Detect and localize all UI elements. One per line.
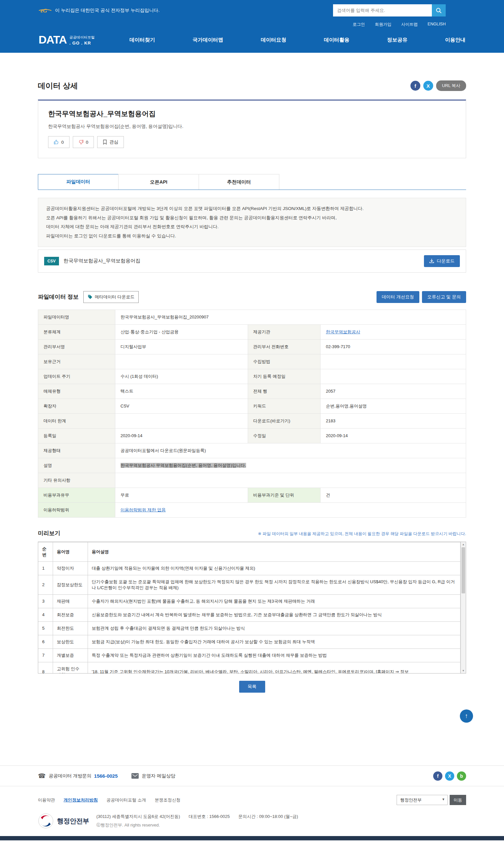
- info-value: CSV: [115, 399, 248, 414]
- facebook-share-icon[interactable]: f: [411, 81, 420, 91]
- table-row: 매체유형텍스트전체 행2057: [38, 384, 466, 399]
- info-label: 다운로드(바로가기): [248, 414, 321, 428]
- x-share-icon[interactable]: X: [423, 81, 433, 91]
- nav-item[interactable]: 데이터활용: [324, 37, 349, 43]
- footer-facebook-icon[interactable]: f: [433, 771, 443, 781]
- footer-copyright: ⓒ행정안전부. All rights reserved.: [96, 822, 298, 828]
- footer-link[interactable]: 개인정보처리방침: [64, 797, 98, 803]
- info-label: 이용허락범위: [38, 503, 115, 517]
- interest-button[interactable]: 관심: [97, 136, 124, 148]
- info-value: 2020-09-14: [115, 428, 248, 443]
- table-row: 등록일2020-09-14수정일2020-09-14: [38, 428, 466, 443]
- nav-item[interactable]: 국가데이터맵: [193, 37, 223, 43]
- svg-text:eG: eG: [40, 7, 48, 14]
- search-input[interactable]: [333, 4, 432, 17]
- preview-row: 7개별보증특정 수출계약 또는 특정자금과 관련하여 상환기일이 보증기간 이내…: [38, 648, 461, 662]
- search-bar: [333, 4, 446, 17]
- tab-item[interactable]: 추천데이터: [199, 174, 280, 190]
- nav-item[interactable]: 데이터찾기: [129, 37, 155, 43]
- footer-link[interactable]: 이용약관: [38, 797, 55, 803]
- table-row: 제공형태공공데이터포털에서 다운로드(원문파일등록): [38, 443, 466, 458]
- info-label: 분류체계: [38, 325, 115, 339]
- info-value[interactable]: 이용허락범위 제한 없음: [115, 503, 466, 517]
- info-value: [115, 414, 248, 428]
- nav-item[interactable]: 정보공유: [387, 37, 408, 43]
- mois-emblem-icon: [38, 813, 54, 829]
- footer-x-icon[interactable]: X: [445, 771, 454, 781]
- footer-blog-icon[interactable]: b: [457, 771, 466, 781]
- info-value: 공공데이터포털에서 다운로드(원문파일등록): [115, 443, 466, 458]
- scrollbar-down-icon[interactable]: ▼: [461, 668, 466, 673]
- preview-term: 회전보증: [53, 608, 88, 621]
- gov-banner-text: 이 누리집은 대한민국 공식 전자정부 누리집입니다.: [55, 7, 159, 14]
- site-logo[interactable]: DATA 공공데이터포털 . GO . KR: [38, 34, 94, 46]
- utility-link[interactable]: 로그인: [353, 22, 365, 28]
- scrollbar-thumb[interactable]: [462, 547, 465, 593]
- arrow-up-icon: ↑: [465, 713, 468, 720]
- info-label: 확장자: [38, 399, 115, 414]
- nav-item[interactable]: 이용안내: [445, 37, 466, 43]
- url-copy-button[interactable]: URL 복사: [436, 81, 466, 91]
- list-button[interactable]: 목록: [239, 681, 265, 693]
- preview-row: 5회전한도보험관계 성립 후 수출대금이 결제되면 동 결제금액 만큼 한도가 …: [38, 621, 461, 635]
- dislike-button[interactable]: 0: [73, 136, 94, 148]
- preview-num: 7: [38, 648, 53, 662]
- family-site-go-button[interactable]: 이동: [450, 795, 466, 805]
- preview-table: 순번용어명용어설명 1약정이자대출 상환기일에 적용되는 이자율에 의한 이자액…: [38, 542, 461, 673]
- dataset-card: 한국무역보험공사_무역보험용어집 한국무역보험공사 무역보험용어집(순번, 용어…: [38, 100, 466, 158]
- table-row: 관리부서명디지털사업부관리부서 전화번호02-399-7170: [38, 339, 466, 354]
- mail-consult-link[interactable]: 운영자 메일상담: [142, 773, 175, 779]
- info-value: 한국무역보험공사_무역보험용어집_20200907: [115, 310, 466, 325]
- thumbs-down-icon: [78, 139, 84, 145]
- utility-link[interactable]: 회원가입: [375, 22, 391, 28]
- preview-num: 6: [38, 635, 53, 648]
- preview-term: 개별보증: [53, 648, 88, 662]
- info-value: [115, 473, 466, 488]
- preview-definition: 보험관계 성립 후 수출대금이 결제되면 동 결제금액 만큼 한도가 되살아나는…: [88, 621, 461, 635]
- info-label: 매체유형: [38, 384, 115, 399]
- preview-scrollbar[interactable]: ▲ ▼: [461, 542, 466, 673]
- footer-link[interactable]: 공공데이터포털 소개: [106, 797, 146, 803]
- scrollbar-up-icon[interactable]: ▲: [461, 542, 466, 547]
- utility-link[interactable]: ENGLISH: [428, 22, 446, 28]
- info-label: 수정일: [248, 428, 321, 443]
- tab-active[interactable]: 파일데이터: [38, 174, 119, 190]
- preview-num: 2: [38, 575, 53, 594]
- dislike-count: 0: [86, 140, 89, 145]
- table-row: 보유근거 수집방법: [38, 354, 466, 369]
- info-value-link[interactable]: 이용허락범위 제한 없음: [121, 507, 166, 512]
- scroll-to-top-button[interactable]: ↑: [460, 709, 473, 723]
- info-value[interactable]: 한국무역보험공사: [321, 325, 466, 339]
- preview-num: 4: [38, 608, 53, 621]
- bookmark-icon: [103, 139, 107, 145]
- info-label: 관리부서명: [38, 339, 115, 354]
- info-value: 순번,용어명,용어설명: [321, 399, 466, 414]
- interest-label: 관심: [109, 139, 118, 145]
- info-value: 2020-09-14: [321, 428, 466, 443]
- contact-number[interactable]: 1566-0025: [94, 773, 118, 779]
- utility-link[interactable]: 사이트맵: [401, 22, 418, 28]
- phone-icon: ☎: [38, 772, 46, 780]
- error-report-button[interactable]: 오류신고 및 문의: [422, 291, 466, 303]
- info-label: 제공형태: [38, 443, 115, 458]
- table-row: 데이터 한계 다운로드(바로가기)2183: [38, 414, 466, 428]
- provider-link[interactable]: 한국무역보험공사: [326, 329, 360, 334]
- dataset-description: 한국무역보험공사 무역보험용어집(순번, 용어명, 용어설명)입니다.: [48, 124, 456, 129]
- metadata-download-button[interactable]: 메타데이터 다운로드: [83, 291, 139, 303]
- footer-address: (30112) 세종특별자치시 도움6로 42(어진동)대표번호 : 1566-…: [96, 813, 298, 820]
- footer-link[interactable]: 분쟁조정신청: [155, 797, 181, 803]
- info-label: 제공기관: [248, 325, 321, 339]
- info-label: 차기 등록 예정일: [248, 369, 321, 384]
- search-button[interactable]: [432, 4, 446, 17]
- family-site-select[interactable]: 행정안전부: [397, 795, 448, 805]
- nav-item[interactable]: 데이터요청: [261, 37, 287, 43]
- download-button[interactable]: 다운로드: [424, 255, 460, 267]
- data-improve-request-button[interactable]: 데이터 개선요청: [377, 291, 419, 303]
- preview-row: 1약정이자대출 상환기일에 적용되는 이자율에 의한 이자액(연체 이자율 및 …: [38, 561, 461, 575]
- like-button[interactable]: 0: [48, 136, 70, 148]
- info-value: 산업·통상·중소기업 - 산업금융: [115, 325, 248, 339]
- notice-line: 파일데이터는 로그인 없이 다운로드를 통해 이용하실 수 있습니다.: [46, 231, 458, 241]
- site-footer: ☎ 공공데이터 개방문의 1566-0025 운영자 메일상담 f X b 이용…: [0, 766, 504, 840]
- table-row: 이용허락범위이용허락범위 제한 없음: [38, 503, 466, 517]
- tab-item[interactable]: 오픈API: [118, 174, 199, 190]
